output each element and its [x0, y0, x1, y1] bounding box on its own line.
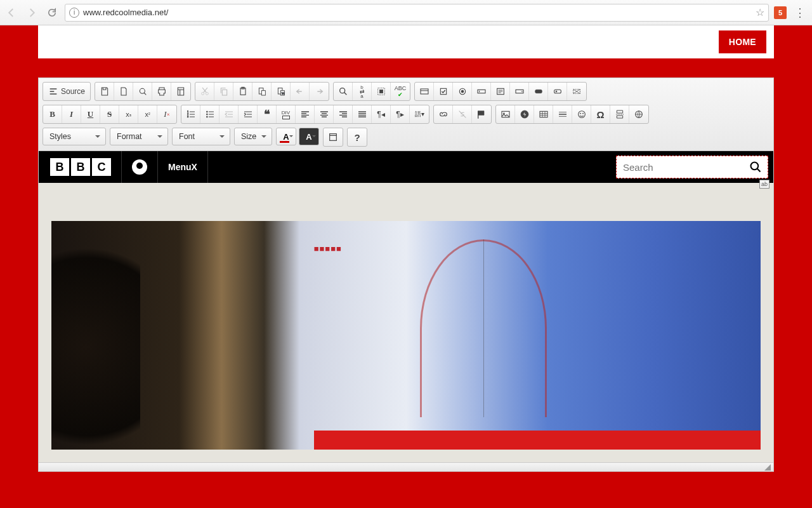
editor-content-area[interactable]: B B C MenuX ab ■■■■■: [39, 151, 773, 462]
hr-button[interactable]: [553, 105, 572, 123]
div-label: DIV: [282, 110, 290, 116]
templates-button[interactable]: [171, 83, 190, 100]
save-button[interactable]: [95, 83, 114, 100]
subscript-button[interactable]: x₂: [119, 105, 138, 123]
svg-point-23: [556, 91, 557, 92]
resize-grip-icon[interactable]: [764, 464, 771, 471]
maximize-button[interactable]: [324, 128, 343, 146]
div-container-button[interactable]: DIV: [277, 105, 296, 123]
browser-menu-icon[interactable]: ⋮: [792, 6, 808, 20]
hiddenfield-button[interactable]: [567, 83, 586, 100]
undo-button[interactable]: [291, 83, 310, 100]
form-button[interactable]: [415, 83, 434, 100]
bbc-nav-bar: B B C MenuX ab: [39, 151, 773, 183]
search-icon[interactable]: [749, 161, 762, 173]
size-select[interactable]: Size: [234, 128, 272, 145]
bg-color-button[interactable]: A: [299, 128, 319, 145]
bbc-page-content: ■■■■■: [39, 183, 773, 462]
bookmark-star-icon[interactable]: ☆: [756, 6, 764, 18]
spellcheck-button[interactable]: ABC✔: [391, 83, 410, 100]
forward-button[interactable]: [24, 5, 39, 20]
page-header: HOME: [38, 25, 774, 58]
flash-button[interactable]: [515, 105, 534, 123]
svg-point-30: [206, 116, 207, 117]
copy-button[interactable]: [214, 83, 233, 100]
new-page-button[interactable]: [114, 83, 133, 100]
spellcheck-badge: ab: [759, 180, 769, 189]
imagebutton-button[interactable]: [548, 83, 567, 100]
svg-rect-18: [478, 90, 485, 93]
align-center-button[interactable]: [315, 105, 334, 123]
site-info-icon[interactable]: i: [69, 8, 79, 18]
find-button[interactable]: [334, 83, 353, 100]
superscript-button[interactable]: x²: [138, 105, 157, 123]
bold-button[interactable]: B: [43, 105, 62, 123]
indent-button[interactable]: [239, 105, 258, 123]
select-field-button[interactable]: [510, 83, 529, 100]
bbc-menu-button[interactable]: MenuX: [168, 162, 197, 172]
align-right-button[interactable]: [334, 105, 353, 123]
ltr-button[interactable]: ¶◂: [372, 105, 391, 123]
iframe-button[interactable]: [629, 105, 648, 123]
textfield-button[interactable]: [472, 83, 491, 100]
address-bar[interactable]: i www.redcoolmedia.net/ ☆: [65, 4, 769, 22]
align-justify-button[interactable]: [353, 105, 372, 123]
select-all-button[interactable]: [372, 83, 391, 100]
cut-button[interactable]: [195, 83, 214, 100]
html5-extension-icon[interactable]: 5: [774, 6, 787, 19]
outdent-button[interactable]: [219, 105, 239, 123]
hero-news-image[interactable]: ■■■■■: [51, 221, 761, 450]
align-left-button[interactable]: [296, 105, 315, 123]
paste-word-button[interactable]: W: [272, 83, 291, 100]
preview-button[interactable]: [133, 83, 152, 100]
source-button[interactable]: Source: [43, 83, 90, 100]
styles-select[interactable]: Styles: [43, 128, 106, 145]
svg-point-36: [580, 113, 580, 114]
redo-button[interactable]: [310, 83, 329, 100]
anchor-button[interactable]: [472, 105, 491, 123]
table-button[interactable]: [534, 105, 553, 123]
svg-rect-3: [222, 90, 226, 95]
button-field-button[interactable]: [529, 83, 548, 100]
blockquote-button[interactable]: ❝: [258, 105, 277, 123]
rtl-button[interactable]: ¶▸: [391, 105, 410, 123]
unlink-button[interactable]: [453, 105, 472, 123]
image-button[interactable]: [496, 105, 515, 123]
search-input[interactable]: [616, 156, 768, 178]
bulleted-list-button[interactable]: [200, 105, 219, 123]
bbc-logo-b1: B: [50, 158, 69, 176]
editor-statusbar: [39, 462, 773, 471]
remove-format-button[interactable]: I×: [157, 105, 176, 123]
paste-text-button[interactable]: [252, 83, 272, 100]
numbered-list-button[interactable]: 123: [181, 105, 200, 123]
textarea-button[interactable]: [491, 83, 510, 100]
print-button[interactable]: [152, 83, 171, 100]
font-select[interactable]: Font: [172, 128, 230, 145]
svg-point-28: [206, 111, 207, 112]
checkbox-button[interactable]: [434, 83, 453, 100]
reload-button[interactable]: [44, 5, 60, 20]
link-button[interactable]: [434, 105, 453, 123]
strike-button[interactable]: S: [100, 105, 119, 123]
format-select[interactable]: Format: [110, 128, 168, 145]
underline-button[interactable]: U: [81, 105, 100, 123]
language-button[interactable]: 語▾: [410, 105, 429, 123]
replace-button[interactable]: b⇄a: [353, 83, 372, 100]
toolbar-row-3: Styles Format Font Size A A ?: [43, 128, 769, 147]
smiley-button[interactable]: [572, 105, 591, 123]
italic-button[interactable]: I: [62, 105, 81, 123]
about-button[interactable]: ?: [348, 128, 367, 146]
url-text: www.redcoolmedia.net/: [83, 8, 752, 17]
home-button[interactable]: HOME: [719, 30, 766, 53]
paste-button[interactable]: [233, 83, 252, 100]
radio-button[interactable]: [453, 83, 472, 100]
svg-rect-21: [535, 90, 542, 93]
signin-icon[interactable]: [132, 159, 147, 175]
broadcast-corner-label: ■■■■■: [314, 244, 342, 253]
specialchar-button[interactable]: Ω: [591, 105, 610, 123]
back-button[interactable]: [4, 5, 19, 20]
bbc-logo[interactable]: B B C: [50, 158, 111, 176]
replace-bot: a: [360, 94, 363, 98]
text-color-button[interactable]: A: [276, 128, 296, 145]
pagebreak-button[interactable]: [610, 105, 629, 123]
